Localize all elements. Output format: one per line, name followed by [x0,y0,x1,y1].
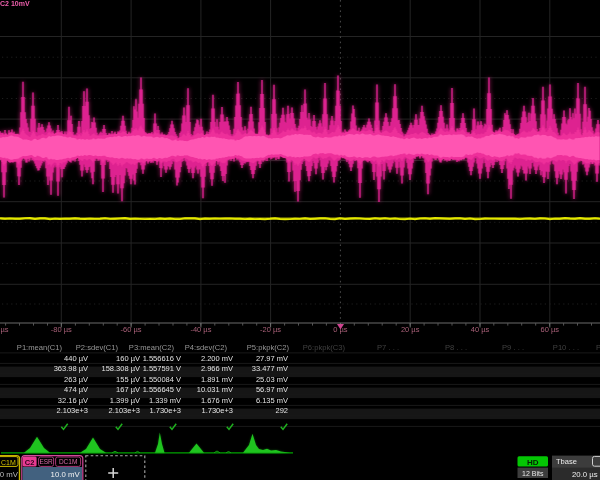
svg-text:1.730e+3: 1.730e+3 [202,406,234,415]
svg-text:25.03 mV: 25.03 mV [256,375,288,384]
svg-text:6.135 mV: 6.135 mV [256,396,288,405]
svg-text:P1:mean(C1): P1:mean(C1) [17,343,63,352]
svg-text:P10 . . .: P10 . . . [553,343,579,352]
svg-text:1.557591 V: 1.557591 V [143,364,181,373]
svg-text:56.97 mV: 56.97 mV [256,385,288,394]
svg-text:40 µs: 40 µs [471,325,490,334]
svg-text:1.399 µV: 1.399 µV [110,396,140,405]
svg-text:10.031 mV: 10.031 mV [197,385,233,394]
svg-text:167 µV: 167 µV [116,385,140,394]
svg-text:P6:pkpk(C3): P6:pkpk(C3) [303,343,346,352]
svg-text:0 mV: 0 mV [0,470,19,479]
svg-text:P4:sdev(C2): P4:sdev(C2) [185,343,228,352]
svg-text:-60 µs: -60 µs [121,325,142,334]
svg-text:1.556616 V: 1.556616 V [143,354,181,363]
svg-text:P9 . . .: P9 . . . [502,343,524,352]
svg-text:1.891 mV: 1.891 mV [201,375,233,384]
svg-text:P7 . . .: P7 . . . [377,343,399,352]
svg-text:363.98 µV: 363.98 µV [54,364,88,373]
svg-text:27.97 mV: 27.97 mV [256,354,288,363]
svg-text:20 µs: 20 µs [401,325,420,334]
svg-text:P3:mean(C2): P3:mean(C2) [129,343,175,352]
svg-text:DC1M: DC1M [59,458,77,465]
svg-text:60 µs: 60 µs [541,325,560,334]
svg-text:2.103e+3: 2.103e+3 [57,406,89,415]
svg-text:2.200 mV: 2.200 mV [201,354,233,363]
svg-text:1.676 mV: 1.676 mV [201,396,233,405]
svg-text:33.477 mV: 33.477 mV [252,364,288,373]
svg-text:292: 292 [275,406,288,415]
svg-text:1.556645 V: 1.556645 V [143,385,181,394]
svg-text:263 µV: 263 µV [64,375,88,384]
svg-text:C1M: C1M [1,459,16,466]
svg-text:P: P [596,343,600,352]
svg-text:2.103e+3: 2.103e+3 [109,406,141,415]
svg-text:ESR: ESR [39,458,53,465]
svg-text:-20 µs: -20 µs [260,325,281,334]
svg-text:P2:sdev(C1): P2:sdev(C1) [76,343,119,352]
svg-text:HD: HD [527,458,539,467]
svg-text:P8 . . .: P8 . . . [445,343,467,352]
svg-text:32.16 µV: 32.16 µV [58,396,88,405]
svg-text:1.730e+3: 1.730e+3 [150,406,182,415]
svg-text:P5:pkpk(C2): P5:pkpk(C2) [247,343,290,352]
svg-text:12 Bits: 12 Bits [522,470,544,477]
svg-text:158.308 µV: 158.308 µV [101,364,140,373]
svg-text:20.0 µs: 20.0 µs [572,470,598,479]
svg-text:-100 µs: -100 µs [0,325,9,334]
svg-text:-80 µs: -80 µs [51,325,72,334]
svg-text:Tbase: Tbase [556,457,577,466]
svg-text:160 µV: 160 µV [116,354,140,363]
svg-text:-40 µs: -40 µs [190,325,211,334]
svg-text:C2: C2 [25,458,35,467]
svg-text:440 µV: 440 µV [64,354,88,363]
svg-text:C2 10mV: C2 10mV [0,0,30,7]
svg-text:155 µV: 155 µV [116,375,140,384]
svg-text:2.966 mV: 2.966 mV [201,364,233,373]
svg-text:1.339 mV: 1.339 mV [149,396,181,405]
svg-text:1.550084 V: 1.550084 V [143,375,181,384]
svg-text:10.0 mV: 10.0 mV [51,470,81,479]
svg-text:474 µV: 474 µV [64,385,88,394]
